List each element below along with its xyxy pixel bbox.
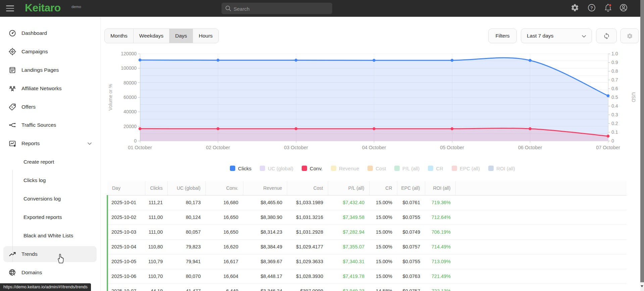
hamburger-menu-icon[interactable] xyxy=(6,5,15,12)
sidebar-item-create-report[interactable]: Create report xyxy=(0,153,100,171)
table-cell: $0.0755 xyxy=(397,254,425,269)
svg-text:USD: USD xyxy=(631,92,636,102)
scrollbar-down-arrow[interactable] xyxy=(641,285,643,289)
scrollbar[interactable] xyxy=(640,0,644,291)
tab-months[interactable]: Months xyxy=(105,29,133,43)
legend-item-revenue[interactable]: Revenue xyxy=(331,166,359,171)
sidebar-item-dashboard[interactable]: Dashboard xyxy=(0,24,100,42)
table-header-clicks[interactable]: Clicks xyxy=(145,181,167,195)
sidebar-item-label: Landings Pages xyxy=(21,61,59,79)
table-cell-filler xyxy=(455,225,627,239)
sidebar-item-trends[interactable]: Trends xyxy=(0,245,100,263)
chevron-down-icon[interactable] xyxy=(86,140,93,147)
notifications-icon[interactable] xyxy=(604,3,613,13)
topbar: Keitaro demo ? xyxy=(0,0,644,17)
table-header-day[interactable]: Day xyxy=(107,181,145,195)
legend-item-cr[interactable]: CR xyxy=(428,166,443,171)
trends-table: DayClicksUC (global)Conv.RevenueCostP/L … xyxy=(107,181,627,291)
table-header-conv[interactable]: Conv. xyxy=(205,181,243,195)
table-cell: $0.0757 xyxy=(397,239,425,254)
sidebar-item-campaigns[interactable]: Campaigns xyxy=(0,43,100,61)
date-range-value: Last 7 days xyxy=(527,33,553,39)
chart-settings-button[interactable] xyxy=(620,28,639,43)
refresh-icon xyxy=(603,33,610,40)
sidebar-item-black-and-white-lists[interactable]: Black and White Lists xyxy=(0,227,100,245)
sidebar-item-landings-pages[interactable]: Landings Pages xyxy=(0,61,100,79)
table-header-p-l-all[interactable]: P/L (all) xyxy=(328,181,369,195)
table-cell: 44,19 xyxy=(145,284,167,291)
table-cell: 2025-10-06 xyxy=(107,269,145,284)
sidebar-item-affiliate-networks[interactable]: Affiliate Networks xyxy=(0,79,100,98)
table-header-uc-global[interactable]: UC (global) xyxy=(167,181,205,195)
tab-weekdays[interactable]: Weekdays xyxy=(133,29,169,43)
sidebar-item-reports[interactable]: Reports xyxy=(0,134,100,153)
table-header-roi-all[interactable]: ROI (all) xyxy=(425,181,455,195)
legend-swatch xyxy=(302,166,307,171)
legend-item-conv[interactable]: Conv. xyxy=(302,166,323,171)
table-cell: 110,70 xyxy=(145,269,167,284)
sidebar-item-traffic-sources[interactable]: Traffic Sources xyxy=(0,116,100,134)
settings-icon[interactable] xyxy=(571,3,580,13)
table-row: 2025-10-01111,2180,17316,680$8,465.60$1,… xyxy=(107,195,627,210)
page: Keitaro demo ? xyxy=(0,0,644,291)
table-header-revenue[interactable]: Revenue xyxy=(243,181,287,195)
table-cell: $8,314.23 xyxy=(243,225,287,239)
sidebar-item-domains[interactable]: Domains xyxy=(0,264,100,282)
active-item-highlight xyxy=(3,246,97,262)
legend-item-cost[interactable]: Cost xyxy=(367,166,386,171)
table-header-epc-all[interactable]: EPC (all) xyxy=(397,181,425,195)
demo-badge: demo xyxy=(71,5,81,9)
table-cell: 713.09% xyxy=(425,254,455,269)
sidebar-item-offers[interactable]: SOffers xyxy=(0,98,100,116)
svg-text:1.0: 1.0 xyxy=(611,51,618,56)
table-cell: 16,617 xyxy=(205,254,243,269)
date-range-select[interactable]: Last 7 days xyxy=(521,28,592,43)
trends-table-wrap: DayClicksUC (global)Conv.RevenueCostP/L … xyxy=(107,181,627,291)
scrollbar-thumb[interactable] xyxy=(640,0,644,282)
sidebar-item-conversions-log[interactable]: Conversions log xyxy=(0,190,100,208)
filters-button[interactable]: Filters xyxy=(488,28,517,43)
table-header-cost[interactable]: Cost xyxy=(287,181,328,195)
legend-item-p-l-all[interactable]: P/L (all) xyxy=(394,166,419,171)
legend-swatch xyxy=(452,166,457,171)
table-cell: $1,029.4177 xyxy=(287,239,328,254)
table-cell: 15.00% xyxy=(369,239,397,254)
search-input[interactable] xyxy=(233,3,330,15)
sidebar-item-label: Affiliate Networks xyxy=(21,79,61,98)
table-cell: 110,79 xyxy=(145,254,167,269)
sidebar-item-clicks-log[interactable]: Clicks log xyxy=(0,171,100,189)
table-cell: $7,355.07 xyxy=(328,239,369,254)
sidebar: DashboardCampaignsLandings PagesAffiliat… xyxy=(0,17,101,291)
sidebar-item-label: Reports xyxy=(21,134,40,153)
table-cell: 80,124 xyxy=(167,210,205,225)
search-box[interactable] xyxy=(221,3,332,14)
sidebar-item-label: Traffic Sources xyxy=(21,116,56,134)
table-cell: $0.0761 xyxy=(397,195,425,210)
table-cell: 712.64% xyxy=(425,210,455,225)
account-icon[interactable] xyxy=(619,3,629,13)
legend-label: CR xyxy=(436,166,443,171)
svg-text:Volume or %: Volume or % xyxy=(108,84,113,110)
tab-days[interactable]: Days xyxy=(169,29,193,43)
table-cell: 16,650 xyxy=(205,210,243,225)
campaigns-icon xyxy=(8,48,16,56)
legend-item-uc-global[interactable]: UC (global) xyxy=(260,166,293,171)
table-cell: $3,346.24 xyxy=(243,284,287,291)
table-cell-filler xyxy=(455,284,627,291)
help-icon[interactable]: ? xyxy=(587,3,597,13)
table-cell: 111,21 xyxy=(145,195,167,210)
table-header-cr[interactable]: CR xyxy=(369,181,397,195)
tab-hours[interactable]: Hours xyxy=(193,29,218,43)
trends-chart: 02000040000600008000010000012000000.10.2… xyxy=(107,43,638,161)
legend-item-roi-all[interactable]: ROI (all) xyxy=(488,166,515,171)
legend-label: EPC (all) xyxy=(460,166,480,171)
sidebar-item-exported-reports[interactable]: Exported reports xyxy=(0,208,100,226)
legend-item-clicks[interactable]: Clicks xyxy=(230,166,251,171)
table-cell: 2025-10-05 xyxy=(107,254,145,269)
table-cell: 15.00% xyxy=(369,210,397,225)
legend-swatch xyxy=(260,166,265,171)
chevron-down-icon xyxy=(581,33,587,40)
refresh-button[interactable] xyxy=(596,28,617,43)
svg-text:07 October: 07 October xyxy=(596,145,620,150)
legend-item-epc-all[interactable]: EPC (all) xyxy=(452,166,480,171)
